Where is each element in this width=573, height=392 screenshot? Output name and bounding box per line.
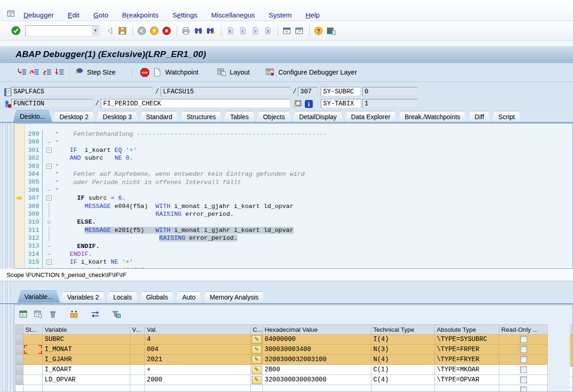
save-icon[interactable] bbox=[117, 25, 128, 36]
read-only-checkbox[interactable] bbox=[520, 366, 527, 373]
fold-marker-icon[interactable] bbox=[43, 186, 55, 194]
column-header-variable[interactable]: Variable bbox=[43, 324, 130, 334]
back-triangle-icon[interactable] bbox=[104, 25, 116, 36]
find-icon[interactable] bbox=[193, 25, 204, 36]
fold-marker-icon[interactable] bbox=[43, 226, 55, 234]
tab-desktop-9[interactable]: Data Explorer bbox=[344, 111, 398, 122]
cancel-icon[interactable] bbox=[161, 25, 172, 36]
page-previous-icon[interactable] bbox=[237, 25, 248, 36]
tab-desktop-8[interactable]: DetailDisplay bbox=[292, 111, 344, 122]
edit-value-button[interactable]: ✎ bbox=[252, 356, 261, 364]
fold-marker-icon[interactable] bbox=[43, 210, 55, 218]
table-row[interactable]: I_GJAHR2021✎3200300032003100N(4)\TYPE=FR… bbox=[15, 355, 548, 365]
fold-marker-icon[interactable] bbox=[43, 218, 55, 226]
read-only-checkbox[interactable] bbox=[520, 376, 527, 383]
menu-item-help[interactable]: Help bbox=[306, 11, 320, 19]
variable-value-cell[interactable]: 2021 bbox=[145, 355, 251, 365]
tab-desktop-7[interactable]: Objects bbox=[256, 111, 291, 122]
help-icon[interactable]: ? bbox=[313, 25, 324, 36]
read-only-checkbox[interactable] bbox=[520, 386, 527, 392]
variable-name-cell[interactable]: I_GJAHR bbox=[43, 355, 130, 365]
fold-marker-icon[interactable] bbox=[43, 146, 55, 154]
layout-label[interactable]: Layout bbox=[230, 69, 250, 76]
find-next-icon[interactable] bbox=[205, 25, 216, 36]
fold-marker-icon[interactable] bbox=[43, 138, 55, 146]
step-into-icon[interactable] bbox=[17, 67, 28, 78]
code-line[interactable]: 310 ELSE. bbox=[14, 218, 573, 226]
fold-marker-icon[interactable] bbox=[43, 250, 55, 258]
insert-fields-icon[interactable] bbox=[69, 309, 80, 320]
code-line[interactable]: 307 IF subrc = 6. bbox=[14, 194, 573, 202]
code-line[interactable]: 314 ENDIF. bbox=[14, 250, 573, 258]
command-dropdown-icon[interactable]: ▼ bbox=[92, 26, 99, 35]
menu-item-system[interactable]: System bbox=[269, 11, 292, 19]
column-header-hexadecimal-value[interactable]: Hexadecimal Value bbox=[263, 324, 371, 334]
column-header-absolute-type[interactable]: Absolute Type bbox=[435, 324, 499, 334]
customize-layout-icon[interactable] bbox=[325, 25, 336, 36]
configure-debugger-layer-icon[interactable] bbox=[265, 67, 276, 78]
fold-marker-icon[interactable] bbox=[43, 202, 55, 210]
table-row[interactable] bbox=[15, 385, 548, 392]
nav-back-icon[interactable] bbox=[136, 25, 147, 36]
variable-name-cell[interactable]: SUBRC bbox=[43, 334, 130, 345]
row-selector-cell[interactable] bbox=[15, 365, 23, 375]
display-change-icon[interactable] bbox=[292, 98, 303, 110]
code-line[interactable]: 299* Fehlerbehandlung ------------------… bbox=[14, 130, 573, 138]
tab-variables-4[interactable]: Globals bbox=[139, 291, 174, 303]
tab-desktop-4[interactable]: Standard bbox=[139, 111, 179, 122]
create-shortcut-icon[interactable] bbox=[294, 25, 305, 36]
variable-value-cell[interactable]: + bbox=[145, 365, 251, 375]
menu-item-settings[interactable]: Settings bbox=[173, 11, 197, 19]
variable-name-cell[interactable]: I_KOART bbox=[43, 365, 130, 375]
layout-icon[interactable] bbox=[216, 67, 227, 78]
swap-icon[interactable] bbox=[90, 309, 101, 320]
variable-value-cell[interactable] bbox=[145, 385, 251, 392]
execute-step-icon[interactable] bbox=[29, 67, 40, 78]
print-icon[interactable] bbox=[180, 25, 191, 36]
step-size-icon[interactable] bbox=[73, 67, 84, 78]
event-name-field[interactable]: FI_PERIOD_CHECK bbox=[101, 99, 290, 108]
main-program-field[interactable]: SAPLFACS bbox=[11, 87, 153, 96]
tab-desktop-1[interactable]: Deskto... bbox=[13, 110, 52, 122]
configure-debugger-layer-label[interactable]: Configure Debugger Layer bbox=[278, 69, 357, 76]
tab-variables-2[interactable]: Variables 2 bbox=[60, 291, 106, 303]
new-session-icon[interactable] bbox=[281, 25, 292, 36]
event-type-field[interactable]: FUNCTION bbox=[11, 99, 93, 108]
table-row[interactable]: I_MONAT004✎300030003400N(3)\TYPE=FRPER bbox=[15, 345, 548, 355]
read-only-checkbox[interactable] bbox=[520, 346, 527, 353]
variable-value-cell[interactable]: 004 bbox=[145, 345, 251, 355]
code-line[interactable]: 304* Fehler auf Kopfebene, wenn entweder… bbox=[14, 170, 573, 178]
tab-desktop-3[interactable]: Desktop 3 bbox=[96, 111, 139, 122]
step-size-label[interactable]: Step Size bbox=[87, 69, 116, 76]
code-line[interactable]: 305* oder Periode nicht in offenes Inter… bbox=[14, 178, 573, 186]
delete-variable-icon[interactable] bbox=[47, 309, 58, 320]
include-field[interactable]: LFACSU15 bbox=[161, 87, 290, 96]
tab-desktop-6[interactable]: Tables bbox=[223, 111, 255, 122]
tab-variables-1[interactable]: Variable... bbox=[17, 290, 60, 303]
window-menu-icon[interactable] bbox=[6, 10, 15, 18]
tab-desktop-10[interactable]: Break./Watchpoints bbox=[398, 111, 467, 122]
column-header-read-only[interactable]: Read-Only ... bbox=[499, 324, 548, 334]
edit-value-button[interactable]: ✎ bbox=[252, 376, 261, 384]
variable-value-cell[interactable]: 4 bbox=[145, 334, 251, 345]
variable-value-cell[interactable]: 2000 bbox=[145, 375, 251, 385]
return-icon[interactable] bbox=[41, 67, 52, 78]
code-line[interactable]: 312 RAISING error_period. bbox=[14, 234, 573, 242]
column-header-st[interactable]: St... bbox=[23, 324, 43, 334]
code-editor[interactable]: 299* Fehlerbehandlung ------------------… bbox=[14, 123, 573, 269]
variable-name-cell[interactable] bbox=[43, 385, 130, 392]
edit-value-button[interactable]: ✎ bbox=[252, 366, 261, 374]
watchpoint-doc-icon[interactable] bbox=[151, 67, 162, 78]
code-line[interactable]: 303* bbox=[14, 162, 573, 170]
code-line[interactable]: 302 AND subrc NE 0. bbox=[14, 154, 573, 162]
fold-marker-icon[interactable] bbox=[43, 162, 55, 170]
tab-desktop-11[interactable]: Diff bbox=[468, 111, 491, 122]
code-line[interactable]: 309 RAISING error_period. bbox=[14, 210, 573, 218]
splitter-gutter[interactable] bbox=[0, 123, 14, 392]
page-last-icon[interactable] bbox=[262, 25, 273, 36]
tab-variables-6[interactable]: Memory Analysis bbox=[203, 291, 266, 303]
info-icon[interactable]: i bbox=[303, 98, 314, 110]
column-header-c[interactable]: C... bbox=[251, 324, 263, 334]
code-line[interactable]: 308 MESSAGE e094(f5a) WITH i_monat i_gja… bbox=[14, 202, 573, 210]
menu-item-edit[interactable]: Edit bbox=[68, 11, 80, 19]
